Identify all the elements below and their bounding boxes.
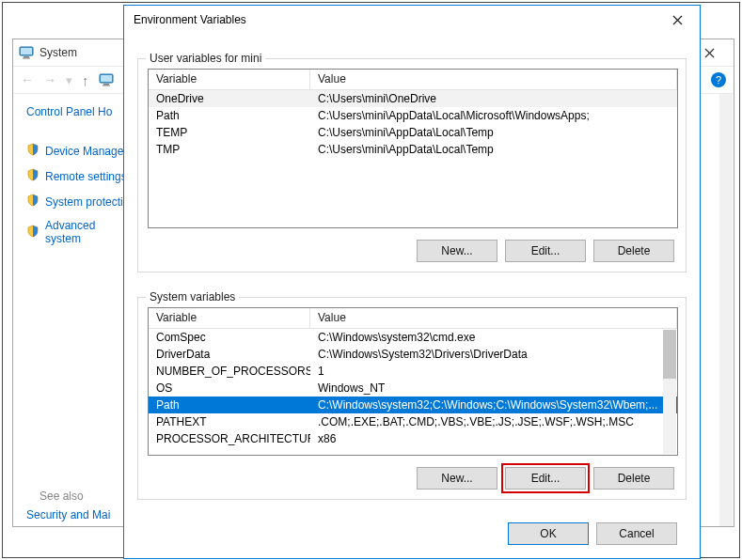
cell-value: C:\Windows\system32\cmd.exe: [310, 331, 677, 344]
cell-variable: OS: [149, 381, 310, 395]
computer-icon: [19, 45, 34, 60]
table-row[interactable]: PATHEXT.COM;.EXE;.BAT;.CMD;.VBS;.VBE;.JS…: [149, 413, 677, 430]
cell-variable: Path: [149, 109, 310, 122]
svg-rect-6: [103, 84, 109, 86]
cell-value: Windows_NT: [310, 381, 677, 395]
cell-value: 1: [310, 365, 677, 378]
user-variables-group: User variables for mini Variable Value O…: [137, 58, 687, 272]
cell-variable: PATHEXT: [149, 415, 310, 428]
cell-value: C:\Users\mini\AppData\Local\Microsoft\Wi…: [310, 109, 677, 122]
column-header-variable[interactable]: Variable: [149, 70, 310, 89]
system-title: System: [39, 46, 77, 59]
ok-button[interactable]: OK: [508, 522, 589, 545]
svg-rect-7: [103, 86, 110, 86]
cell-variable: NUMBER_OF_PROCESSORS: [149, 365, 310, 378]
sidebar-item[interactable]: Advanced system: [26, 219, 130, 245]
cell-value: C:\Users\mini\AppData\Local\Temp: [310, 143, 677, 156]
cell-value: C:\Windows\System32\Drivers\DriverData: [310, 348, 677, 361]
table-row[interactable]: NUMBER_OF_PROCESSORS1: [149, 363, 677, 380]
cell-variable: TMP: [149, 143, 310, 156]
cell-variable: ComSpec: [149, 331, 310, 344]
environment-variables-dialog: Environment Variables User variables for…: [123, 5, 701, 559]
shield-icon: [26, 143, 39, 159]
cell-value: x86: [310, 432, 677, 445]
control-panel-home-link[interactable]: Control Panel Ho: [26, 105, 130, 118]
system-variables-table[interactable]: Variable Value ComSpecC:\Windows\system3…: [148, 307, 678, 456]
table-row[interactable]: PathC:\Users\mini\AppData\Local\Microsof…: [149, 107, 677, 124]
system-variables-group: System variables Variable Value ComSpecC…: [137, 297, 687, 500]
env-title: Environment Variables: [134, 13, 246, 26]
cell-variable: PROCESSOR_ARCHITECTURE: [149, 432, 310, 445]
svg-rect-3: [23, 58, 30, 59]
cell-value: C:\Users\mini\OneDrive: [310, 92, 677, 105]
back-icon[interactable]: ←: [21, 72, 34, 87]
column-header-value[interactable]: Value: [310, 70, 677, 89]
sidebar-item-label: Device Manager: [45, 145, 127, 158]
cell-value: .COM;.EXE;.BAT;.CMD;.VBS;.VBE;.JS;.JSE;.…: [310, 415, 677, 428]
system-new-button[interactable]: New...: [417, 467, 497, 490]
user-group-label: User variables for mini: [146, 52, 265, 65]
cell-value: C:\Users\mini\AppData\Local\Temp: [310, 126, 677, 139]
cancel-button[interactable]: Cancel: [596, 522, 677, 545]
sidebar-item-label: Remote settings: [45, 170, 127, 183]
cell-value: C:\Windows\system32;C:\Windows;C:\Window…: [310, 398, 677, 412]
cell-variable: DriverData: [149, 348, 310, 361]
svg-rect-2: [24, 56, 29, 58]
table-row[interactable]: DriverDataC:\Windows\System32\Drivers\Dr…: [149, 346, 677, 363]
svg-rect-5: [101, 75, 112, 82]
sidebar-item-label: System protectio: [45, 195, 129, 209]
cell-variable: TEMP: [149, 126, 310, 139]
system-edit-button[interactable]: Edit...: [505, 467, 586, 490]
shield-icon: [26, 194, 39, 210]
cell-variable: Path: [149, 398, 310, 412]
system-delete-button[interactable]: Delete: [593, 467, 674, 490]
table-row[interactable]: OSWindows_NT: [149, 380, 677, 397]
shield-icon: [26, 225, 39, 241]
svg-rect-1: [21, 48, 32, 54]
sidebar-item[interactable]: System protectio: [26, 194, 130, 210]
sidebar-item-label: Advanced system: [45, 219, 130, 245]
forward-icon[interactable]: →: [43, 72, 56, 87]
column-header-variable[interactable]: Variable: [149, 308, 310, 328]
table-row[interactable]: PathC:\Windows\system32;C:\Windows;C:\Wi…: [149, 397, 677, 413]
shield-icon: [26, 168, 39, 184]
user-delete-button[interactable]: Delete: [593, 240, 674, 262]
env-titlebar: Environment Variables: [124, 6, 700, 34]
scrollbar-thumb[interactable]: [663, 330, 676, 379]
table-row[interactable]: TEMPC:\Users\mini\AppData\Local\Temp: [149, 124, 677, 141]
column-header-value[interactable]: Value: [310, 308, 677, 328]
system-sidebar: Control Panel Ho Device ManagerRemote se…: [13, 94, 130, 533]
cell-variable: OneDrive: [149, 92, 310, 105]
system-scrollbar[interactable]: [719, 94, 733, 526]
security-maintenance-link[interactable]: Security and Mai: [26, 508, 130, 521]
table-row[interactable]: OneDriveC:\Users\mini\OneDrive: [149, 90, 677, 107]
see-also-label: See also: [39, 490, 130, 503]
sys-group-label: System variables: [146, 290, 239, 303]
help-icon[interactable]: ?: [711, 72, 726, 87]
up-icon[interactable]: ↑: [82, 72, 89, 88]
user-edit-button[interactable]: Edit...: [505, 240, 586, 262]
table-row[interactable]: TMPC:\Users\mini\AppData\Local\Temp: [149, 141, 677, 158]
table-row[interactable]: ComSpecC:\Windows\system32\cmd.exe: [149, 329, 677, 346]
table-row[interactable]: PROCESSOR_ARCHITECTUREx86: [149, 430, 677, 447]
sidebar-item[interactable]: Device Manager: [26, 143, 130, 159]
user-variables-table[interactable]: Variable Value OneDriveC:\Users\mini\One…: [148, 69, 678, 228]
path-computer-icon: [99, 72, 114, 87]
close-button[interactable]: [658, 8, 696, 31]
system-table-scrollbar[interactable]: [663, 330, 676, 454]
user-new-button[interactable]: New...: [417, 240, 497, 262]
sidebar-item[interactable]: Remote settings: [26, 168, 130, 184]
